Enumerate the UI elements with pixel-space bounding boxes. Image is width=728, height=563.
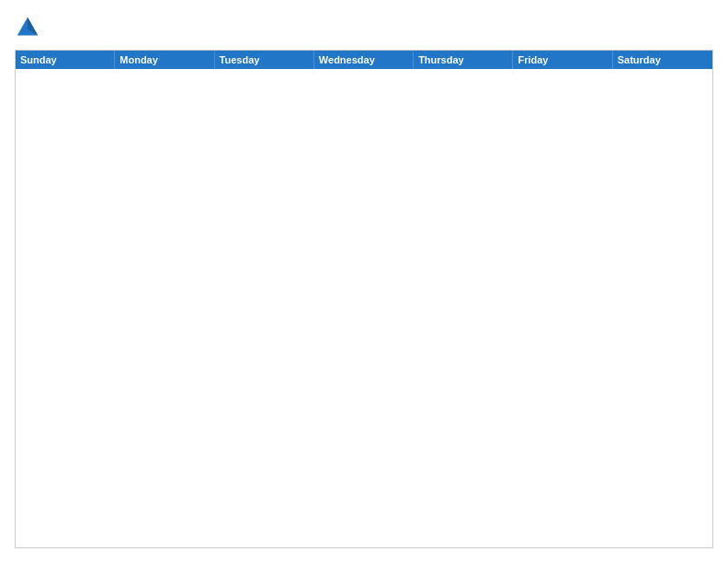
header-day-saturday: Saturday [613,51,712,69]
header-day-wednesday: Wednesday [314,51,414,69]
calendar: SundayMondayTuesdayWednesdayThursdayFrid… [15,50,713,548]
calendar-header: SundayMondayTuesdayWednesdayThursdayFrid… [16,51,712,69]
header-day-monday: Monday [115,51,214,69]
logo-icon [15,15,40,40]
logo [15,15,44,40]
calendar-body [16,69,712,547]
header-day-tuesday: Tuesday [215,51,314,69]
header-day-friday: Friday [513,51,612,69]
page: SundayMondayTuesdayWednesdayThursdayFrid… [0,0,728,563]
header-day-sunday: Sunday [16,51,115,69]
header-day-thursday: Thursday [414,51,513,69]
header [15,15,713,40]
